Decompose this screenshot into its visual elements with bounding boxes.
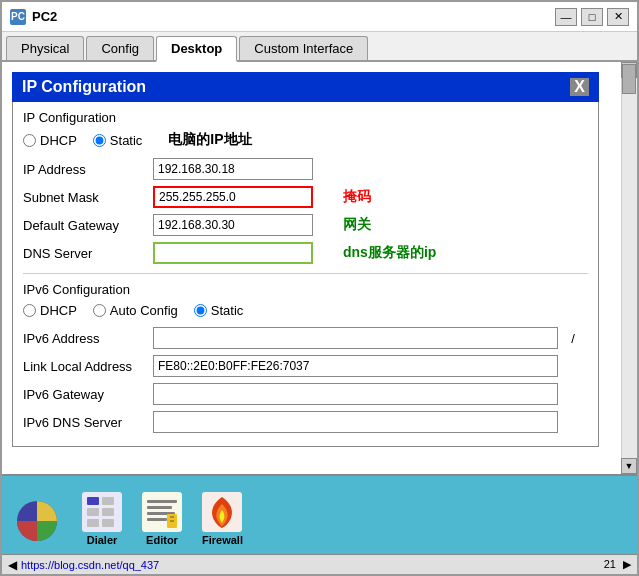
- ipv6-gateway-row: IPv6 Gateway: [23, 382, 588, 406]
- tab-desktop[interactable]: Desktop: [156, 36, 237, 62]
- ip-address-input[interactable]: [153, 158, 313, 180]
- gateway-row: Default Gateway 网关: [23, 213, 588, 237]
- page-number: 21: [604, 558, 616, 570]
- scrollable-content[interactable]: IP Configuration X IP Configuration DHCP: [2, 62, 637, 474]
- title-bar: PC PC2 — □ ✕: [2, 2, 637, 32]
- svg-rect-3: [102, 497, 114, 505]
- main-window: PC PC2 — □ ✕ Physical Config Desktop Cus…: [0, 0, 639, 576]
- gateway-label: Default Gateway: [23, 218, 153, 233]
- static-radio[interactable]: [93, 134, 106, 147]
- tab-custom-interface[interactable]: Custom Interface: [239, 36, 368, 60]
- ipv6-dns-label: IPv6 DNS Server: [23, 415, 153, 430]
- icon-label: PC: [11, 11, 25, 22]
- ipv6-dhcp-radio[interactable]: [23, 304, 36, 317]
- svg-rect-6: [87, 519, 99, 527]
- minimize-button[interactable]: —: [555, 8, 577, 26]
- subnet-mask-row: Subnet Mask 掩码: [23, 185, 588, 209]
- gateway-input[interactable]: [153, 214, 313, 236]
- ipv6-mode-row: DHCP Auto Config Static: [23, 303, 588, 318]
- ipv6-address-label: IPv6 Address: [23, 331, 153, 346]
- scroll-left-arrow[interactable]: ◀: [8, 558, 17, 572]
- ipv6-static-item[interactable]: Static: [194, 303, 244, 318]
- dns-input[interactable]: [153, 242, 313, 264]
- firewall-icon: [202, 492, 242, 532]
- ipv6-gateway-label: IPv6 Gateway: [23, 387, 153, 402]
- ipv6-autoconfig-radio[interactable]: [93, 304, 106, 317]
- svg-rect-2: [87, 497, 99, 505]
- pie-chart-svg: [12, 496, 62, 546]
- ip-mode-row: DHCP Static 电脑的IP地址: [23, 131, 588, 149]
- subnet-mask-input[interactable]: [153, 186, 313, 208]
- tab-physical[interactable]: Physical: [6, 36, 84, 60]
- ip-config-title: IP Configuration: [22, 78, 146, 96]
- link-local-label: Link Local Address: [23, 359, 153, 374]
- ip-config-body: IP Configuration DHCP Static 电脑的I: [12, 102, 599, 447]
- ipv6-autoconfig-label: Auto Config: [110, 303, 178, 318]
- dialer-label: Dialer: [87, 534, 118, 546]
- ipv6-section-label: IPv6 Configuration: [23, 282, 588, 297]
- scrollbar-thumb[interactable]: [622, 64, 636, 94]
- window-controls: — □ ✕: [555, 8, 629, 26]
- editor-label: Editor: [146, 534, 178, 546]
- dns-label: DNS Server: [23, 246, 153, 261]
- window-title: PC2: [32, 9, 555, 24]
- link-local-input[interactable]: [153, 355, 558, 377]
- scroll-right-arrow[interactable]: ▶: [623, 558, 631, 570]
- gateway-annotation: 网关: [333, 216, 588, 234]
- pie-chart-icon-item[interactable]: [12, 496, 62, 546]
- status-bar: ◀ https://blog.csdn.net/qq_437 21 ▶: [2, 554, 637, 574]
- ipv6-address-input[interactable]: [153, 327, 558, 349]
- ipv6-static-radio[interactable]: [194, 304, 207, 317]
- status-bar-left: ◀ https://blog.csdn.net/qq_437: [8, 558, 159, 572]
- ipv6-autoconfig-item[interactable]: Auto Config: [93, 303, 178, 318]
- status-bar-right: 21 ▶: [604, 558, 631, 571]
- svg-rect-5: [102, 508, 114, 516]
- status-url: https://blog.csdn.net/qq_437: [21, 559, 159, 571]
- maximize-button[interactable]: □: [581, 8, 603, 26]
- bottom-taskbar: Dialer Editor: [2, 474, 637, 554]
- ip-config-header: IP Configuration X: [12, 72, 599, 102]
- dns-row: DNS Server dns服务器的ip: [23, 241, 588, 265]
- svg-rect-12: [147, 518, 167, 521]
- ipv6-dhcp-label: DHCP: [40, 303, 77, 318]
- static-label: Static: [110, 133, 143, 148]
- ipv6-static-label: Static: [211, 303, 244, 318]
- svg-rect-7: [102, 519, 114, 527]
- ip-config-panel: IP Configuration X IP Configuration DHCP: [12, 72, 599, 447]
- firewall-label: Firewall: [202, 534, 243, 546]
- ipv6-dns-input[interactable]: [153, 411, 558, 433]
- static-radio-item[interactable]: Static: [93, 133, 143, 148]
- ipv6-slash: /: [558, 331, 588, 346]
- firewall-icon-item[interactable]: Firewall: [202, 492, 243, 546]
- divider: [23, 273, 588, 274]
- dialer-icon: [82, 492, 122, 532]
- svg-rect-10: [147, 506, 172, 509]
- ipv6-address-row: IPv6 Address /: [23, 326, 588, 350]
- ip-annotation-0: 电脑的IP地址: [158, 131, 251, 149]
- ip-address-label: IP Address: [23, 162, 153, 177]
- close-button[interactable]: ✕: [607, 8, 629, 26]
- dhcp-radio-item[interactable]: DHCP: [23, 133, 77, 148]
- content-area: IP Configuration X IP Configuration DHCP: [2, 62, 637, 574]
- svg-rect-9: [147, 500, 177, 503]
- dhcp-radio[interactable]: [23, 134, 36, 147]
- tab-config[interactable]: Config: [86, 36, 154, 60]
- section-label: IP Configuration: [23, 110, 588, 125]
- dialer-icon-item[interactable]: Dialer: [82, 492, 122, 546]
- ip-config-close[interactable]: X: [570, 78, 589, 96]
- app-icon: PC: [10, 9, 26, 25]
- svg-rect-4: [87, 508, 99, 516]
- tab-bar: Physical Config Desktop Custom Interface: [2, 32, 637, 62]
- editor-icon: [142, 492, 182, 532]
- ip-address-row: IP Address: [23, 157, 588, 181]
- ipv6-dhcp-item[interactable]: DHCP: [23, 303, 77, 318]
- ipv6-dns-row: IPv6 DNS Server: [23, 410, 588, 434]
- ipv6-gateway-input[interactable]: [153, 383, 558, 405]
- scroll-down-arrow[interactable]: ▼: [621, 458, 637, 474]
- dhcp-label: DHCP: [40, 133, 77, 148]
- scrollbar-track[interactable]: ▲ ▼: [621, 62, 637, 474]
- subnet-annotation: 掩码: [333, 188, 588, 206]
- dns-annotation: dns服务器的ip: [333, 244, 588, 262]
- link-local-row: Link Local Address: [23, 354, 588, 378]
- editor-icon-item[interactable]: Editor: [142, 492, 182, 546]
